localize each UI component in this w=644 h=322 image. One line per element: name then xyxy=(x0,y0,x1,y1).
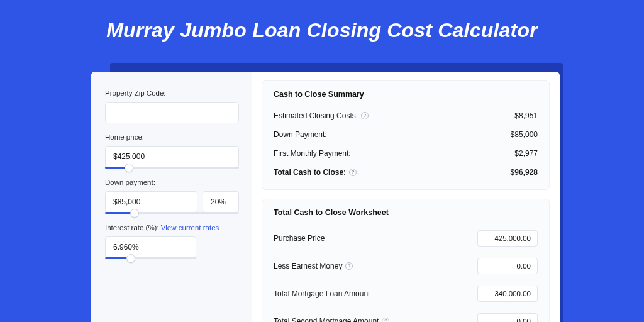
interest-input[interactable]: 6.960% xyxy=(105,236,196,258)
home-price-slider[interactable] xyxy=(105,167,239,169)
worksheet-row: Purchase Price 425,000.00 xyxy=(274,225,538,252)
summary-row-value: $8,951 xyxy=(514,111,538,120)
page-title: Murray Jumbo Loan Closing Cost Calculato… xyxy=(0,0,644,55)
home-price-value: $425,000 xyxy=(113,152,145,161)
summary-total-label: Total Cash to Close: xyxy=(274,168,346,177)
slider-thumb[interactable] xyxy=(125,164,133,172)
summary-row-value: $85,000 xyxy=(511,130,538,139)
worksheet-row-value: 0.00 xyxy=(517,318,531,322)
down-payment-value: $85,000 xyxy=(113,197,140,206)
worksheet-input[interactable]: 0.00 xyxy=(477,258,538,274)
cash-to-close-worksheet: Total Cash to Close Worksheet Purchase P… xyxy=(262,199,550,322)
down-payment-label: Down payment: xyxy=(105,179,239,186)
inputs-panel: Property Zip Code: Home price: $425,000 … xyxy=(91,72,252,322)
worksheet-input[interactable]: 425,000.00 xyxy=(477,230,538,247)
down-payment-field: Down payment: $85,000 20% xyxy=(105,179,239,214)
interest-slider[interactable] xyxy=(105,257,196,259)
worksheet-heading: Total Cash to Close Worksheet xyxy=(274,208,538,217)
summary-row-value: $2,977 xyxy=(514,149,538,158)
summary-row-label: First Monthly Payment: xyxy=(274,149,351,158)
worksheet-row-value: 425,000.00 xyxy=(494,235,531,242)
worksheet-row-label: Total Mortgage Loan Amount xyxy=(274,289,370,298)
slider-track xyxy=(105,167,239,169)
worksheet-row-value: 0.00 xyxy=(517,262,531,270)
cash-to-close-summary: Cash to Close Summary Estimated Closing … xyxy=(262,80,550,190)
help-icon[interactable]: ? xyxy=(361,112,369,119)
view-current-rates-link[interactable]: View current rates xyxy=(161,224,219,231)
interest-label-text: Interest rate (%): xyxy=(105,224,161,231)
interest-field: Interest rate (%): View current rates 6.… xyxy=(105,224,239,259)
home-price-label: Home price: xyxy=(105,133,239,141)
summary-heading: Cash to Close Summary xyxy=(274,90,538,99)
help-icon[interactable]: ? xyxy=(345,262,353,270)
slider-track xyxy=(105,257,196,259)
summary-row: First Monthly Payment: $2,977 xyxy=(274,144,538,163)
summary-total-value: $96,928 xyxy=(511,168,538,177)
home-price-field: Home price: $425,000 xyxy=(105,133,239,169)
worksheet-input[interactable]: 0.00 xyxy=(477,313,538,322)
zip-label: Property Zip Code: xyxy=(105,89,239,97)
down-payment-slider[interactable] xyxy=(105,212,239,214)
worksheet-row: Total Second Mortgage Amount ? 0.00 xyxy=(274,308,538,322)
worksheet-input[interactable]: 340,000.00 xyxy=(477,286,538,302)
zip-input[interactable] xyxy=(105,102,239,123)
summary-row-label: Estimated Closing Costs: xyxy=(274,111,358,120)
down-payment-input[interactable]: $85,000 xyxy=(105,191,197,213)
slider-thumb[interactable] xyxy=(126,254,135,263)
results-panel: Cash to Close Summary Estimated Closing … xyxy=(252,72,560,322)
home-price-input[interactable]: $425,000 xyxy=(105,146,239,167)
summary-row: Estimated Closing Costs: ? $8,951 xyxy=(274,106,538,125)
down-payment-pct-value: 20% xyxy=(211,197,226,206)
summary-total-row: Total Cash to Close: ? $96,928 xyxy=(274,163,538,182)
summary-row-label: Down Payment: xyxy=(274,130,327,139)
help-icon[interactable]: ? xyxy=(349,169,357,176)
calculator-card: Property Zip Code: Home price: $425,000 … xyxy=(91,72,560,322)
summary-row: Down Payment: $85,000 xyxy=(274,125,538,144)
help-icon[interactable]: ? xyxy=(382,318,389,322)
worksheet-row: Total Mortgage Loan Amount 340,000.00 xyxy=(274,280,538,308)
slider-track xyxy=(105,212,239,214)
worksheet-row: Less Earnest Money ? 0.00 xyxy=(274,252,538,280)
slider-thumb[interactable] xyxy=(130,209,139,218)
zip-field: Property Zip Code: xyxy=(105,89,239,123)
worksheet-row-value: 340,000.00 xyxy=(494,290,531,297)
interest-value: 6.960% xyxy=(113,243,139,252)
down-payment-pct-input[interactable]: 20% xyxy=(203,191,239,213)
interest-label: Interest rate (%): View current rates xyxy=(105,224,239,231)
worksheet-row-label: Total Second Mortgage Amount xyxy=(274,317,379,322)
worksheet-row-label: Less Earnest Money xyxy=(274,262,342,270)
worksheet-row-label: Purchase Price xyxy=(274,234,325,243)
